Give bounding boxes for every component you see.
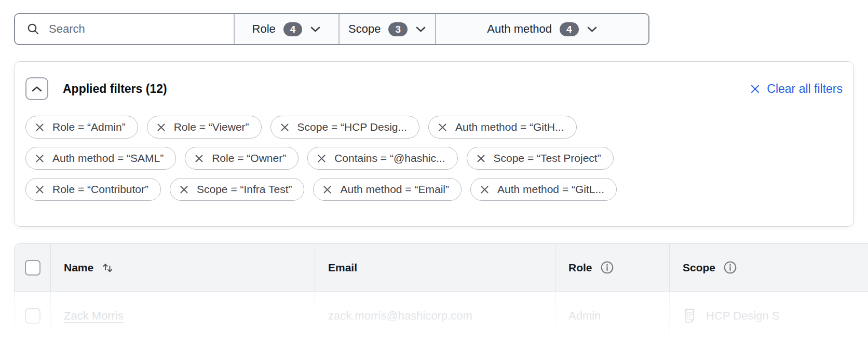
filter-chip[interactable]: Role = “Owner”: [185, 147, 299, 170]
remove-filter-icon[interactable]: [317, 154, 326, 163]
scope-count-badge: 3: [388, 22, 408, 36]
filter-chip-label: Auth method = “SAML”: [52, 152, 164, 164]
filter-chip[interactable]: Auth method = “Email”: [313, 178, 462, 201]
scope-filter-dropdown[interactable]: Scope 3: [338, 14, 435, 44]
auth-method-count-badge: 4: [560, 22, 579, 36]
role-dropdown-label: Role: [252, 22, 276, 36]
filter-chip-row: Auth method = “SAML”Role = “Owner”Contai…: [25, 147, 843, 170]
remove-filter-icon[interactable]: [477, 154, 485, 163]
filter-chip[interactable]: Scope = “Infra Test”: [170, 178, 304, 201]
remove-filter-icon[interactable]: [438, 123, 447, 132]
auth-method-dropdown-label: Auth method: [487, 22, 552, 36]
members-table: Name Email Role Scope: [14, 243, 868, 341]
name-column-label: Name: [64, 261, 93, 274]
filter-chip[interactable]: Scope = “HCP Desig...: [270, 116, 419, 139]
filter-chip[interactable]: Scope = “Test Project”: [467, 147, 614, 170]
filter-chip-label: Contains = “@hashic...: [334, 152, 445, 164]
role-filter-dropdown[interactable]: Role 4: [234, 14, 338, 44]
role-column-label: Role: [568, 261, 592, 274]
remove-filter-icon[interactable]: [35, 123, 44, 132]
applied-filters-panel: Applied filters (12) Clear all filters R…: [14, 61, 854, 227]
filter-chip-label: Role = “Contributor”: [52, 183, 148, 196]
filter-chip[interactable]: Role = “Admin”: [25, 116, 138, 139]
org-building-icon: [683, 308, 698, 324]
scope-dropdown-label: Scope: [348, 22, 381, 36]
remove-filter-icon[interactable]: [480, 185, 489, 194]
chevron-down-icon: [310, 26, 321, 33]
filter-chip-label: Scope = “Test Project”: [494, 152, 601, 164]
table-row: Zack Morris zack.morris@hashicorp.com Ad…: [14, 292, 868, 341]
select-all-checkbox[interactable]: [25, 260, 40, 276]
member-name-link[interactable]: Zack Morris: [64, 309, 124, 323]
filter-chip-label: Role = “Owner”: [212, 152, 286, 164]
filter-chip[interactable]: Role = “Viewer”: [147, 116, 262, 139]
row-email-cell: zack.morris@hashicorp.com: [315, 292, 555, 340]
role-column-header: Role: [555, 244, 669, 291]
filter-chip[interactable]: Contains = “@hashic...: [307, 147, 457, 170]
filter-chip[interactable]: Auth method = “GitH...: [428, 116, 577, 139]
remove-filter-icon[interactable]: [180, 185, 188, 194]
members-filter-screen: Role 4 Scope 3 Auth method 4: [0, 0, 868, 358]
auth-method-filter-dropdown[interactable]: Auth method 4: [435, 14, 648, 44]
filter-chip[interactable]: Auth method = “SAML”: [25, 147, 176, 170]
collapse-filters-button[interactable]: [25, 77, 48, 100]
chevron-down-icon: [415, 26, 426, 33]
remove-filter-icon[interactable]: [323, 185, 332, 194]
row-name-cell: Zack Morris: [50, 292, 315, 340]
row-checkbox[interactable]: [25, 308, 40, 324]
filter-chip-label: Auth method = “GitH...: [455, 121, 564, 133]
remove-filter-icon[interactable]: [195, 154, 204, 163]
scope-column-label: Scope: [683, 261, 715, 274]
sort-icon[interactable]: [101, 261, 114, 274]
remove-filter-icon[interactable]: [35, 154, 44, 163]
row-select-cell: [15, 292, 50, 340]
row-scope-cell: HCP Design S: [669, 292, 868, 340]
row-role-cell: Admin: [555, 292, 669, 340]
filter-toolbar: Role 4 Scope 3 Auth method 4: [14, 13, 649, 45]
search-icon: [26, 22, 40, 36]
applied-filters-title: Applied filters (12): [63, 82, 167, 96]
filter-chip-label: Scope = “Infra Test”: [197, 183, 292, 196]
remove-filter-icon[interactable]: [157, 123, 166, 132]
filter-chip[interactable]: Auth method = “GitL...: [470, 178, 617, 201]
filter-chips: Role = “Admin”Role = “Viewer”Scope = “HC…: [25, 116, 843, 201]
filter-chip-label: Role = “Viewer”: [174, 121, 249, 133]
filter-chip-label: Role = “Admin”: [52, 121, 126, 133]
filter-chip-row: Role = “Admin”Role = “Viewer”Scope = “HC…: [25, 116, 843, 139]
role-count-badge: 4: [283, 22, 303, 36]
remove-filter-icon[interactable]: [280, 123, 289, 132]
filter-chip[interactable]: Role = “Contributor”: [25, 178, 161, 201]
chevron-down-icon: [587, 26, 598, 33]
scope-column-header: Scope: [669, 244, 868, 291]
info-icon[interactable]: [723, 260, 737, 274]
applied-filters-header: Applied filters (12) Clear all filters: [25, 77, 843, 100]
remove-filter-icon[interactable]: [35, 185, 44, 194]
search-input[interactable]: [49, 22, 222, 36]
table-header-row: Name Email Role Scope: [14, 243, 868, 292]
info-icon[interactable]: [600, 260, 614, 274]
email-column-label: Email: [328, 261, 357, 274]
select-all-cell: [15, 244, 50, 291]
search-box[interactable]: [15, 14, 234, 44]
filter-chip-label: Auth method = “GitL...: [497, 183, 604, 196]
member-scope-label: HCP Design S: [706, 309, 779, 323]
name-column-header[interactable]: Name: [50, 244, 315, 291]
filter-chip-label: Auth method = “Email”: [340, 183, 449, 196]
filter-chip-row: Role = “Contributor”Scope = “Infra Test”…: [25, 178, 843, 201]
chevron-up-icon: [31, 86, 43, 92]
clear-all-filters-button[interactable]: Clear all filters: [750, 82, 843, 96]
email-column-header: Email: [315, 244, 555, 291]
close-icon: [750, 84, 760, 94]
filter-chip-label: Scope = “HCP Desig...: [297, 121, 407, 133]
clear-all-filters-label: Clear all filters: [767, 82, 843, 96]
